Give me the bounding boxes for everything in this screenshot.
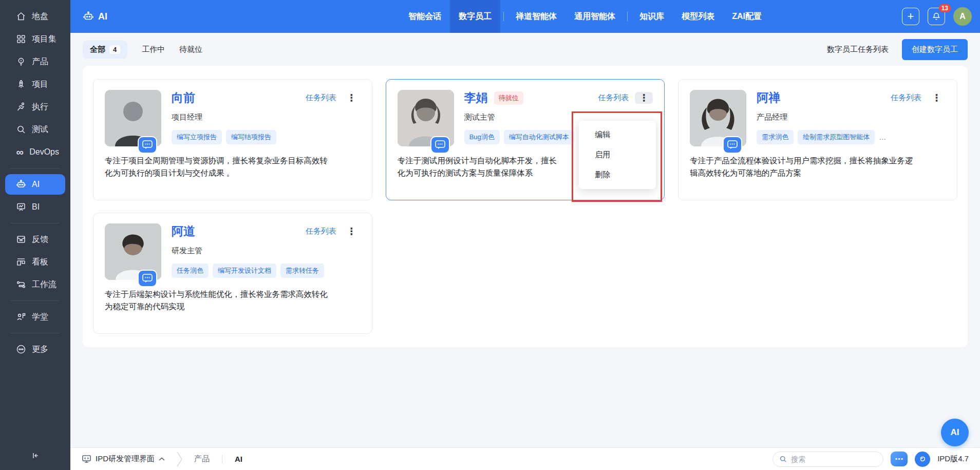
breadcrumb-divider [222, 455, 222, 463]
ai-assistant-button[interactable]: AI [941, 419, 969, 446]
skill-tag: 编写自动化测试脚本 [504, 130, 574, 144]
sidebar-item-ai[interactable]: AI [5, 174, 65, 195]
task-list-link[interactable]: 任务列表 [891, 93, 921, 103]
grid-icon [15, 33, 27, 45]
sidebar-divider [10, 168, 60, 168]
sidebar-item-label: 学堂 [32, 312, 48, 323]
add-button[interactable]: + [902, 8, 919, 25]
employee-role: 项目经理 [172, 112, 361, 122]
feedback-icon [15, 234, 27, 245]
kebab-menu-button[interactable]: ⋮ [928, 92, 946, 104]
tab-all[interactable]: 全部 4 [83, 41, 127, 59]
sidebar-item-label: 更多 [32, 344, 48, 355]
employee-avatar [105, 223, 161, 280]
header-nav: 智能会话 数字员工 禅道智能体 通用智能体 知识库 模型列表 ZAI配置 [400, 0, 770, 33]
employee-description: 专注于项目全周期管理与资源协调，擅长将复杂业务目标高效转 化为可执行的项目计划与… [105, 155, 361, 179]
search-box[interactable] [772, 452, 883, 467]
tags-more-indicator: … [879, 133, 886, 141]
nav-zai-config[interactable]: ZAI配置 [723, 0, 770, 33]
zentao-logo [915, 452, 930, 467]
breadcrumb-product[interactable]: 产品 [194, 454, 210, 464]
employee-name[interactable]: 阿道 [172, 223, 195, 239]
collapse-icon [30, 450, 41, 461]
sidebar-item-project-set[interactable]: 项目集 [5, 29, 65, 49]
kebab-menu-button[interactable]: ⋮ [343, 225, 361, 237]
footer-bar: IPD研发管理界面 产品 AI ⋯ IPD版4.7 [70, 447, 980, 470]
sidebar-item-devops[interactable]: ∞ DevOps [5, 142, 65, 162]
kebab-menu-button[interactable]: ⋮ [635, 92, 653, 104]
app-window: 地盘 项目集 产品 项目 执行 测试 ∞ [0, 0, 980, 470]
sidebar-item-qa[interactable]: 测试 [5, 119, 65, 140]
sidebar-item-label: 工作流 [32, 279, 56, 290]
skill-tag: 编写立项报告 [172, 130, 222, 144]
sidebar-item-product[interactable]: 产品 [5, 51, 65, 72]
home-icon [15, 11, 27, 22]
chat-bubble-icon[interactable] [723, 136, 742, 154]
nav-zentao-agent[interactable]: 禅道智能体 [507, 0, 566, 33]
employee-avatar [105, 90, 161, 146]
employee-name[interactable]: 李娟 [464, 90, 488, 106]
lightbulb-icon [15, 56, 27, 67]
employee-description: 专注于后端架构设计与系统性能优化，擅长将业务需求高效转化 为稳定可靠的代码实现 [105, 288, 361, 313]
employee-description: 专注于产品全流程体验设计与用户需求挖掘，擅长将抽象业务逻 辑高效转化为可落地的产… [690, 155, 946, 179]
menu-item-edit[interactable]: 编辑 [579, 125, 656, 145]
skill-tag: 任务润色 [172, 264, 209, 278]
chat-bubble-icon[interactable] [138, 270, 157, 287]
sidebar-item-kanban[interactable]: 看板 [5, 252, 65, 272]
sidebar-item-label: AI [32, 180, 40, 189]
nav-knowledge-base[interactable]: 知识库 [631, 0, 673, 33]
search-input[interactable] [791, 455, 877, 463]
menu-item-enable[interactable]: 启用 [579, 145, 656, 165]
nav-model-list[interactable]: 模型列表 [673, 0, 723, 33]
sidebar-item-feedback[interactable]: 反馈 [5, 229, 65, 250]
robot-logo-icon [83, 11, 94, 22]
nav-smart-chat[interactable]: 智能会话 [400, 0, 450, 33]
menu-item-delete[interactable]: 删除 [579, 165, 656, 185]
employee-card[interactable]: 向前 任务列表 ⋮ 项目经理 编写立项报告 编写结项报告 [93, 79, 372, 200]
nav-digital-employee[interactable]: 数字员工 [450, 0, 500, 33]
sidebar-item-workflow[interactable]: 工作流 [5, 274, 65, 295]
robot-icon [15, 179, 27, 190]
employee-name[interactable]: 向前 [172, 90, 195, 106]
sidebar-item-project[interactable]: 项目 [5, 74, 65, 95]
kebab-menu-button[interactable]: ⋮ [343, 92, 361, 104]
plus-icon: + [908, 11, 914, 22]
task-list-link[interactable]: 任务列表 [306, 227, 336, 236]
filter-toolbar: 全部 4 工作中 待就位 数字员工任务列表 创建数字员工 [70, 33, 980, 66]
sidebar-item-more[interactable]: 更多 [5, 339, 65, 360]
sidebar-item-label: 地盘 [32, 11, 48, 22]
status-badge: 待就位 [494, 91, 523, 105]
sidebar: 地盘 项目集 产品 项目 执行 测试 ∞ [0, 0, 70, 470]
employee-role: 产品经理 [757, 112, 946, 122]
notification-button[interactable]: 13 [928, 8, 945, 25]
task-list-link[interactable]: 任务列表 [306, 93, 336, 103]
sidebar-item-label: 测试 [32, 124, 48, 135]
nav-general-agent[interactable]: 通用智能体 [566, 0, 624, 33]
sidebar-item-home[interactable]: 地盘 [5, 6, 65, 27]
skill-tag: 需求转任务 [280, 264, 324, 278]
sidebar-collapse-button[interactable] [23, 445, 48, 466]
sidebar-item-execution[interactable]: 执行 [5, 97, 65, 117]
employee-task-list-link[interactable]: 数字员工任务列表 [827, 45, 889, 54]
employee-card[interactable]: 李娟 待就位 任务列表 ⋮ 测试主管 Bug润色 编写自动化测试脚本 [386, 79, 665, 200]
sidebar-item-school[interactable]: 学堂 [5, 307, 65, 327]
create-employee-button[interactable]: 创建数字员工 [902, 39, 968, 60]
skill-tag: 编写开发设计文档 [213, 264, 276, 278]
tab-all-count: 4 [109, 45, 120, 54]
monitor-icon [82, 454, 91, 464]
chat-bubble-icon[interactable] [138, 136, 157, 154]
workspace-switcher[interactable]: IPD研发管理界面 [82, 454, 165, 464]
employee-card[interactable]: 阿道 任务列表 ⋮ 研发主管 任务润色 编写开发设计文档 需求转任务 [93, 213, 372, 334]
rocket-icon [15, 79, 27, 90]
feedback-chat-icon[interactable]: ⋯ [891, 452, 908, 466]
user-avatar[interactable]: A [953, 7, 972, 26]
chat-bubble-icon[interactable] [430, 136, 450, 154]
employee-name[interactable]: 阿禅 [757, 90, 780, 106]
tab-pending[interactable]: 待就位 [179, 45, 202, 54]
task-list-link[interactable]: 任务列表 [598, 93, 629, 103]
sidebar-item-label: 反馈 [32, 234, 48, 245]
sidebar-item-bi[interactable]: BI [5, 197, 65, 217]
employee-card[interactable]: 阿禅 任务列表 ⋮ 产品经理 需求润色 绘制需求原型图智能体 [678, 79, 957, 200]
tab-working[interactable]: 工作中 [142, 45, 165, 54]
employee-avatar [398, 90, 454, 146]
